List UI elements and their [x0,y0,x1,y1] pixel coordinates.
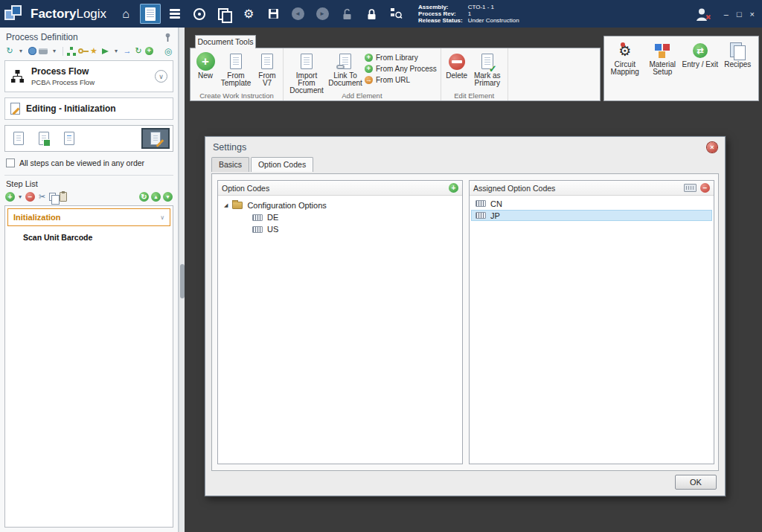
context-info: Assembly: CTO-1 - 1 Process Rev: 1 Relea… [418,4,519,24]
media-button[interactable] [189,4,210,24]
back-button[interactable]: ◄ [287,4,308,24]
dialog-close-button[interactable]: × [707,142,717,153]
process-tools-ribbon: ⚙ Circuit Mapping Material Setup ⇄ Entry… [603,36,759,101]
lock-button[interactable] [361,4,382,24]
plus-icon: + [365,54,373,62]
keyboard-icon[interactable] [684,184,697,192]
tree-item-option-code-de[interactable]: DE [218,211,462,223]
flow-tree-icon[interactable] [67,46,76,56]
mark-as-primary-button[interactable]: ✓ Mark as Primary [471,50,504,87]
process-audit-button[interactable] [385,4,406,24]
process-definition-panel: Process Definition ↻ ▾ ▾ ★ ▾ → ↻ + ◎ Pro… [0,28,179,532]
user-logout-button[interactable] [693,4,714,24]
forward-icon: ► [316,7,329,20]
tab-basics[interactable]: Basics [211,157,249,172]
save-button[interactable] [263,4,284,24]
group-label-add: Add Element [284,92,441,100]
home-button[interactable]: ⌂ [115,4,136,24]
settings-dialog: Settings × Basics Option Codes Option Co… [205,136,726,496]
process-flow-header[interactable]: Process Flow PCBA Process Flow ∨ [4,60,173,92]
new-document-view-button[interactable] [33,128,54,149]
step-item-scan-unit-barcode[interactable]: Scan Unit Barcode [5,228,173,242]
refresh-dropdown-icon[interactable]: ▾ [16,46,25,56]
copy-icon[interactable] [49,193,56,201]
add-option-code-button[interactable]: + [449,183,458,193]
tab-document-tools[interactable]: Document Tools [195,35,256,48]
new-button[interactable]: + New [194,50,217,80]
sidebar-scrollbar[interactable] [179,28,185,532]
assigned-code-row-jp[interactable]: JP [471,210,712,221]
web-icon[interactable] [28,46,36,56]
process-toolbar: ↻ ▾ ▾ ★ ▾ → ↻ + ◎ [4,46,173,60]
maximize-button[interactable]: □ [737,10,742,19]
move-step-up-button[interactable]: ▲ [151,192,161,202]
new-label: New [198,72,213,80]
delete-button[interactable]: Delete [445,50,469,80]
assembly-value: CTO-1 - 1 [468,4,519,10]
expander-icon[interactable]: ◢ [224,202,228,208]
print-icon[interactable] [39,46,48,56]
data-document-view-button[interactable] [59,128,80,149]
document-view-button[interactable] [8,128,29,149]
key-icon[interactable] [78,46,87,56]
step-item-initialization[interactable]: Initialization ∨ [7,208,170,226]
edit-mode-button[interactable] [141,128,170,149]
process-steps-button[interactable] [164,4,185,24]
globe-icon: → [365,76,373,84]
from-template-button[interactable]: From Template [219,50,253,87]
jump-icon[interactable]: → [123,46,132,56]
add-step-button[interactable]: + [5,192,15,202]
close-button[interactable]: × [750,10,755,19]
paste-icon[interactable] [60,192,67,202]
add-icon[interactable]: + [145,47,153,55]
flag-dropdown-icon[interactable]: ▾ [112,46,121,56]
star-icon[interactable]: ★ [89,46,98,56]
pin-icon[interactable] [164,33,172,42]
import-from-document-button[interactable]: Import From Document [287,50,326,94]
sync-icon[interactable]: ↻ [134,46,143,56]
material-setup-button[interactable]: Material Setup [644,42,682,76]
plus-icon: + [196,52,215,71]
from-any-process-button[interactable]: + From Any Process [365,63,437,74]
chevron-down-icon[interactable]: ∨ [160,214,164,221]
target-icon[interactable]: ◎ [164,46,173,56]
material-setup-icon [654,42,670,59]
tree-item-configuration-options[interactable]: ◢ Configuration Options [218,199,462,211]
remove-step-button[interactable]: − [25,192,35,202]
tree-item-option-code-us[interactable]: US [218,223,462,235]
entry-exit-label: Entry / Exit [682,61,718,68]
link-to-document-button[interactable]: Link To Document [328,50,362,87]
forward-button[interactable]: ► [312,4,333,24]
flag-icon[interactable] [100,46,109,56]
refresh-icon[interactable]: ↻ [5,46,14,56]
view-order-checkbox[interactable] [6,158,15,167]
minimize-button[interactable]: – [724,10,729,19]
disc-icon [193,8,205,20]
ok-button[interactable]: OK [675,475,717,490]
option-code-label: DE [267,213,278,222]
entry-exit-button[interactable]: ⇄ Entry / Exit [682,42,719,68]
remove-assigned-button[interactable]: − [700,183,710,193]
documents-button[interactable] [214,4,234,24]
from-library-button[interactable]: + From Library [365,52,437,63]
assembly-label: Assembly: [418,4,463,10]
circuit-mapping-button[interactable]: ⚙ Circuit Mapping [606,42,644,76]
tab-option-codes[interactable]: Option Codes [251,157,313,172]
step-list-section: Step List + ▾ − ✂ ↻ ▲ ▼ Initialization ∨… [4,175,173,528]
settings-button[interactable]: ⚙ [238,4,259,24]
cut-icon[interactable]: ✂ [39,193,45,201]
move-step-down-button[interactable]: ▼ [163,192,173,202]
assigned-code-row-cn[interactable]: CN [471,198,712,209]
from-v7-button[interactable]: From V7 [255,50,279,87]
collapse-button[interactable]: ∨ [155,70,167,83]
release-status-value: Under Construction [468,18,519,24]
recipes-button[interactable]: Recipes [720,42,757,68]
unlock-button[interactable] [336,4,357,24]
assigned-code-label: CN [490,199,502,208]
add-step-dropdown-icon[interactable]: ▾ [19,193,22,200]
from-url-button[interactable]: → From URL [365,74,437,86]
scrollbar-thumb[interactable] [180,264,185,298]
process-definition-button[interactable] [140,4,161,24]
print-dropdown-icon[interactable]: ▾ [50,46,59,56]
refresh-steps-button[interactable]: ↻ [139,192,149,202]
